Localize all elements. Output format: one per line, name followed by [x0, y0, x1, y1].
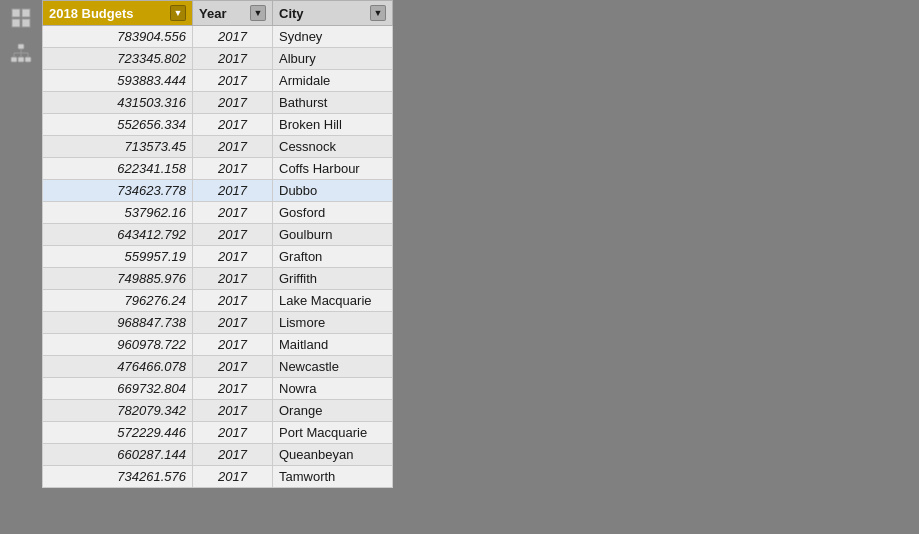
table-row[interactable]: 643412.7922017Goulburn	[43, 224, 393, 246]
cell-year: 2017	[193, 334, 273, 356]
col-header-city[interactable]: City ▼	[273, 1, 393, 26]
cell-year: 2017	[193, 92, 273, 114]
cell-city: Nowra	[273, 378, 393, 400]
cell-budgets: 749885.976	[43, 268, 193, 290]
cell-year: 2017	[193, 224, 273, 246]
table-row[interactable]: 552656.3342017Broken Hill	[43, 114, 393, 136]
table-row[interactable]: 968847.7382017Lismore	[43, 312, 393, 334]
cell-city: Tamworth	[273, 466, 393, 488]
table-row[interactable]: 559957.192017Grafton	[43, 246, 393, 268]
cell-city: Coffs Harbour	[273, 158, 393, 180]
cell-budgets: 796276.24	[43, 290, 193, 312]
cell-budgets: 783904.556	[43, 26, 193, 48]
cell-city: Port Macquarie	[273, 422, 393, 444]
cell-budgets: 572229.446	[43, 422, 193, 444]
cell-year: 2017	[193, 246, 273, 268]
table-row[interactable]: 476466.0782017Newcastle	[43, 356, 393, 378]
table-row[interactable]: 749885.9762017Griffith	[43, 268, 393, 290]
data-table-container: 2018 Budgets ▼ Year ▼ City ▼	[42, 0, 919, 534]
cell-budgets: 593883.444	[43, 70, 193, 92]
cell-year: 2017	[193, 466, 273, 488]
cell-budgets: 782079.342	[43, 400, 193, 422]
data-table: 2018 Budgets ▼ Year ▼ City ▼	[42, 0, 393, 488]
cell-budgets: 622341.158	[43, 158, 193, 180]
left-panel	[0, 0, 42, 534]
col-header-year[interactable]: Year ▼	[193, 1, 273, 26]
cell-year: 2017	[193, 114, 273, 136]
table-row[interactable]: 734623.7782017Dubbo	[43, 180, 393, 202]
year-filter-button[interactable]: ▼	[250, 5, 266, 21]
cell-year: 2017	[193, 400, 273, 422]
cell-year: 2017	[193, 136, 273, 158]
cell-budgets: 723345.802	[43, 48, 193, 70]
table-row[interactable]: 669732.8042017Nowra	[43, 378, 393, 400]
svg-rect-2	[12, 19, 20, 27]
table-row[interactable]: 572229.4462017Port Macquarie	[43, 422, 393, 444]
cell-budgets: 537962.16	[43, 202, 193, 224]
cell-city: Armidale	[273, 70, 393, 92]
cell-year: 2017	[193, 158, 273, 180]
cell-year: 2017	[193, 444, 273, 466]
cell-city: Gosford	[273, 202, 393, 224]
cell-year: 2017	[193, 180, 273, 202]
cell-city: Albury	[273, 48, 393, 70]
cell-year: 2017	[193, 290, 273, 312]
cell-budgets: 559957.19	[43, 246, 193, 268]
cell-budgets: 431503.316	[43, 92, 193, 114]
svg-rect-4	[18, 44, 24, 49]
cell-year: 2017	[193, 70, 273, 92]
col-header-budgets[interactable]: 2018 Budgets ▼	[43, 1, 193, 26]
cell-city: Dubbo	[273, 180, 393, 202]
cell-year: 2017	[193, 48, 273, 70]
svg-rect-6	[18, 57, 24, 62]
hierarchy-icon-button[interactable]	[7, 40, 35, 68]
table-row[interactable]: 431503.3162017Bathurst	[43, 92, 393, 114]
cell-city: Lismore	[273, 312, 393, 334]
cell-city: Newcastle	[273, 356, 393, 378]
table-row[interactable]: 660287.1442017Queanbeyan	[43, 444, 393, 466]
cell-budgets: 960978.722	[43, 334, 193, 356]
budgets-filter-button[interactable]: ▼	[170, 5, 186, 21]
cell-year: 2017	[193, 378, 273, 400]
table-row[interactable]: 537962.162017Gosford	[43, 202, 393, 224]
svg-rect-0	[12, 9, 20, 17]
cell-budgets: 660287.144	[43, 444, 193, 466]
table-row[interactable]: 783904.5562017Sydney	[43, 26, 393, 48]
cell-year: 2017	[193, 312, 273, 334]
city-filter-button[interactable]: ▼	[370, 5, 386, 21]
cell-budgets: 734623.778	[43, 180, 193, 202]
table-row[interactable]: 782079.3422017Orange	[43, 400, 393, 422]
cell-city: Bathurst	[273, 92, 393, 114]
cell-city: Lake Macquarie	[273, 290, 393, 312]
table-header-row: 2018 Budgets ▼ Year ▼ City ▼	[43, 1, 393, 26]
table-row[interactable]: 734261.5762017Tamworth	[43, 466, 393, 488]
cell-year: 2017	[193, 422, 273, 444]
table-row[interactable]: 622341.1582017Coffs Harbour	[43, 158, 393, 180]
table-row[interactable]: 593883.4442017Armidale	[43, 70, 393, 92]
table-row[interactable]: 723345.8022017Albury	[43, 48, 393, 70]
cell-city: Goulburn	[273, 224, 393, 246]
cell-city: Grafton	[273, 246, 393, 268]
cell-city: Orange	[273, 400, 393, 422]
cell-year: 2017	[193, 26, 273, 48]
table-row[interactable]: 796276.242017Lake Macquarie	[43, 290, 393, 312]
cell-budgets: 476466.078	[43, 356, 193, 378]
cell-year: 2017	[193, 356, 273, 378]
table-body: 783904.5562017Sydney723345.8022017Albury…	[43, 26, 393, 488]
cell-city: Broken Hill	[273, 114, 393, 136]
cell-budgets: 968847.738	[43, 312, 193, 334]
grid-icon-button[interactable]	[7, 4, 35, 32]
cell-budgets: 713573.45	[43, 136, 193, 158]
table-row[interactable]: 713573.452017Cessnock	[43, 136, 393, 158]
cell-budgets: 734261.576	[43, 466, 193, 488]
table-row[interactable]: 960978.7222017Maitland	[43, 334, 393, 356]
cell-budgets: 669732.804	[43, 378, 193, 400]
svg-rect-1	[22, 9, 30, 17]
cell-year: 2017	[193, 202, 273, 224]
svg-rect-3	[22, 19, 30, 27]
cell-budgets: 643412.792	[43, 224, 193, 246]
cell-city: Queanbeyan	[273, 444, 393, 466]
cell-year: 2017	[193, 268, 273, 290]
app-layout: 2018 Budgets ▼ Year ▼ City ▼	[0, 0, 919, 534]
cell-city: Griffith	[273, 268, 393, 290]
